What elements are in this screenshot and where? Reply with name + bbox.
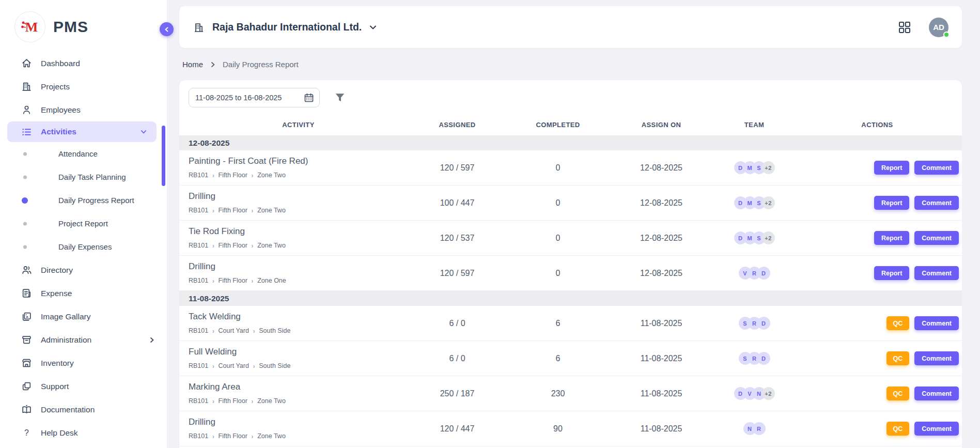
app-logo[interactable]: M PMS (0, 0, 167, 50)
team-avatar: R (753, 422, 766, 435)
row-actions: QCComment (796, 376, 959, 411)
activity-name: Tack Welding (189, 312, 241, 322)
filter-button[interactable] (334, 92, 346, 103)
sidebar-item-employees[interactable]: Employees (0, 98, 167, 121)
user-avatar[interactable]: AD (929, 18, 948, 37)
copy-icon (21, 381, 32, 392)
report-card: ACTIVITY ASSIGNED COMPLETED ASSIGN ON TE… (179, 80, 962, 448)
assign-on-value: 11-08-2025 (610, 341, 713, 376)
comment-button[interactable]: Comment (914, 316, 959, 330)
sidebar-subitem-project-report[interactable]: Project Report (0, 212, 167, 235)
comment-button[interactable]: Comment (914, 351, 959, 365)
qc-button[interactable]: QC (886, 351, 910, 365)
sidebar-item-label: Expense (41, 289, 72, 298)
sidebar-item-support[interactable]: Support (0, 375, 167, 398)
top-header: Raja Bahadur International Ltd. AD (179, 6, 962, 48)
sidebar-item-dashboard[interactable]: Dashboard (0, 52, 167, 75)
path-segment: RB101 (189, 432, 208, 440)
sidebar-item-directory[interactable]: Directory (0, 258, 167, 282)
report-button[interactable]: Report (874, 266, 909, 280)
row-actions: ReportComment (796, 186, 959, 220)
apps-grid-icon[interactable] (898, 21, 911, 34)
sidebar-item-label: Support (41, 382, 69, 391)
table-body: 12-08-2025 Painting - First Coat (Fire R… (179, 135, 962, 446)
sidebar-subitem-daily-progress-report[interactable]: Daily Progress Report (0, 189, 167, 212)
sidebar-subitem-daily-task-planning[interactable]: Daily Task Planning (0, 165, 167, 189)
chevron-left-icon (164, 26, 170, 33)
sidebar-subitem-daily-expenses[interactable]: Daily Expenses (0, 235, 167, 258)
path-segment: Zone Two (257, 207, 286, 214)
content-area: Raja Bahadur International Ltd. AD Home … (167, 0, 980, 448)
assign-on-value: 12-08-2025 (610, 150, 713, 185)
activity-path: RB101›Fifth Floor›Zone One (189, 277, 286, 284)
activity-path: RB101›Fifth Floor›Zone Two (189, 397, 286, 405)
sidebar-item-activities[interactable]: Activities (7, 121, 157, 142)
sidebar-item-help-desk[interactable]: ?Help Desk (0, 421, 167, 444)
table-row: Tie Rod Fixing RB101›Fifth Floor›Zone Tw… (179, 221, 962, 256)
chevron-right-icon: › (252, 207, 253, 214)
comment-button[interactable]: Comment (914, 231, 959, 245)
bullet-dot-icon (23, 222, 27, 225)
comment-button[interactable]: Comment (914, 387, 959, 400)
completed-value: 0 (506, 256, 610, 290)
activity-path: RB101›Court Yard›South Side (189, 362, 290, 369)
sidebar-item-image-gallary[interactable]: Image Gallary (0, 305, 167, 328)
path-segment: RB101 (189, 327, 208, 334)
sidebar-item-inventory[interactable]: Inventory (0, 351, 167, 375)
qc-button[interactable]: QC (886, 387, 910, 400)
breadcrumb-home[interactable]: Home (182, 60, 203, 69)
sidebar-item-label: Projects (41, 82, 70, 91)
sidebar-scrollbar[interactable] (162, 126, 165, 186)
chevron-right-icon: › (252, 432, 253, 440)
activity-name: Drilling (189, 417, 215, 427)
sidebar-subitem-attendance[interactable]: Attendance (0, 142, 167, 165)
home-icon (21, 58, 32, 69)
path-segment: RB101 (189, 242, 208, 249)
sidebar-item-documentation[interactable]: Documentation (0, 398, 167, 421)
report-button[interactable]: Report (874, 196, 909, 210)
activity-path: RB101›Fifth Floor›Zone Two (189, 242, 286, 249)
sidebar-item-label: Image Gallary (41, 312, 90, 321)
row-actions: ReportComment (796, 256, 959, 290)
completed-value: 0 (506, 221, 610, 255)
qc-button[interactable]: QC (886, 316, 910, 330)
sidebar-subitem-label: Daily Expenses (58, 242, 112, 251)
bullet-dot-icon (23, 152, 27, 156)
chevron-right-icon: › (212, 397, 214, 405)
table-row: Drilling RB101›Fifth Floor›Zone One 120 … (179, 256, 962, 291)
bullet-dot-icon (22, 197, 28, 204)
sidebar-item-projects[interactable]: Projects (0, 75, 167, 98)
comment-button[interactable]: Comment (914, 196, 959, 210)
company-selector[interactable]: Raja Bahadur International Ltd. (193, 21, 377, 34)
team-avatars: SRD (713, 306, 796, 341)
activity-name: Drilling (189, 261, 215, 272)
calendar-icon[interactable] (304, 92, 314, 103)
activity-name: Marking Area (189, 382, 240, 392)
column-header-assigned: ASSIGNED (408, 121, 506, 129)
sidebar: M PMS DashboardProjectsEmployeesActiviti… (0, 0, 167, 448)
comment-button[interactable]: Comment (914, 266, 959, 280)
sidebar-item-label: Help Desk (41, 428, 78, 438)
assigned-value: 250 / 187 (408, 376, 506, 411)
assigned-value: 6 / 0 (408, 306, 506, 341)
column-header-assign-on: ASSIGN ON (610, 121, 713, 129)
column-header-actions: ACTIONS (796, 121, 959, 129)
chevron-right-icon: › (212, 242, 214, 249)
report-button[interactable]: Report (874, 231, 909, 245)
assigned-value: 120 / 447 (408, 411, 506, 446)
sidebar-subitem-label: Daily Task Planning (58, 173, 126, 181)
qc-button[interactable]: QC (886, 422, 910, 436)
comment-button[interactable]: Comment (914, 422, 959, 436)
date-range-input[interactable] (195, 94, 304, 102)
date-range-field[interactable] (189, 88, 320, 107)
team-avatars: NR (713, 411, 796, 446)
chevron-right-icon: › (212, 432, 214, 440)
report-button[interactable]: Report (874, 161, 909, 175)
chevron-down-icon (369, 23, 377, 32)
sidebar-collapse-button[interactable] (160, 22, 174, 36)
comment-button[interactable]: Comment (914, 161, 959, 175)
team-avatar: D (757, 317, 770, 330)
sidebar-item-administration[interactable]: Administration (0, 328, 167, 351)
activity-name: Tie Rod Fixing (189, 226, 245, 237)
sidebar-item-expense[interactable]: Expense (0, 282, 167, 305)
